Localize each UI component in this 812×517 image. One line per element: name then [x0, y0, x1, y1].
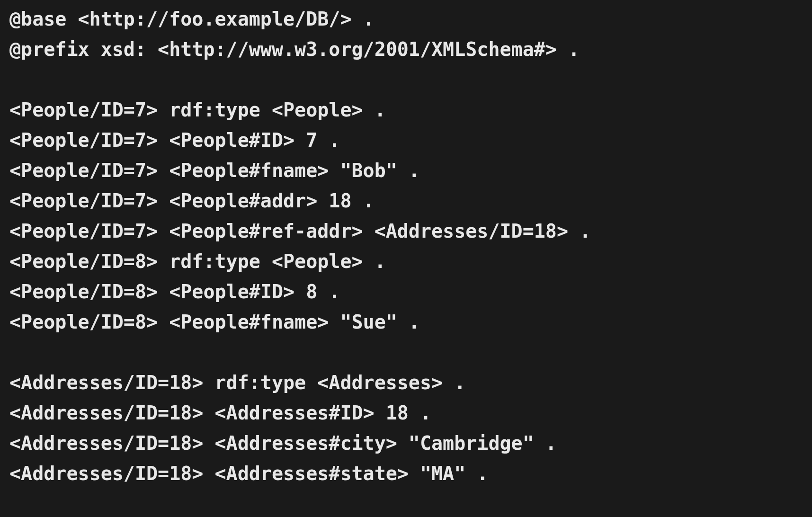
- code-content: @base <http://foo.example/DB/> . @prefix…: [9, 8, 591, 484]
- code-block: @base <http://foo.example/DB/> . @prefix…: [0, 0, 812, 494]
